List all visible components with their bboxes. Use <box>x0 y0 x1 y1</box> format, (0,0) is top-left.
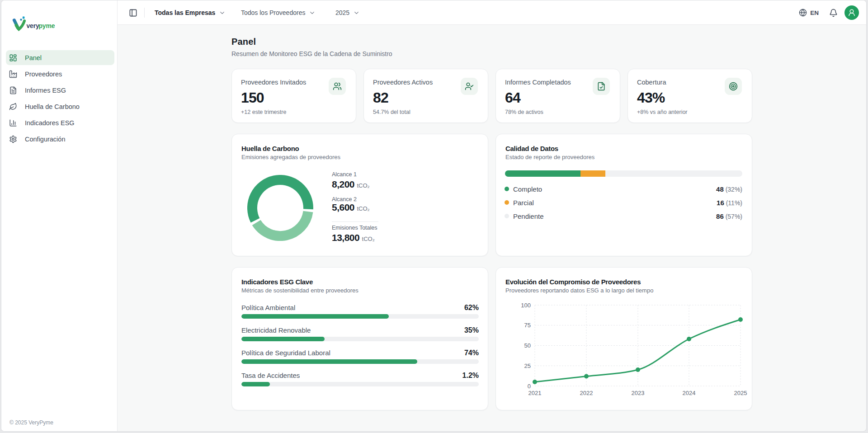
svg-text:50: 50 <box>524 342 531 349</box>
svg-text:pyme: pyme <box>39 22 55 29</box>
svg-text:25: 25 <box>524 362 531 369</box>
svg-text:2021: 2021 <box>528 390 542 396</box>
svg-text:75: 75 <box>524 322 531 329</box>
svg-text:2025: 2025 <box>734 390 747 396</box>
svg-text:2022: 2022 <box>580 390 593 396</box>
svg-text:0: 0 <box>528 383 531 390</box>
svg-text:2024: 2024 <box>683 390 696 396</box>
svg-text:2023: 2023 <box>632 390 645 396</box>
svg-text:very: very <box>27 22 39 29</box>
svg-text:100: 100 <box>521 302 531 309</box>
